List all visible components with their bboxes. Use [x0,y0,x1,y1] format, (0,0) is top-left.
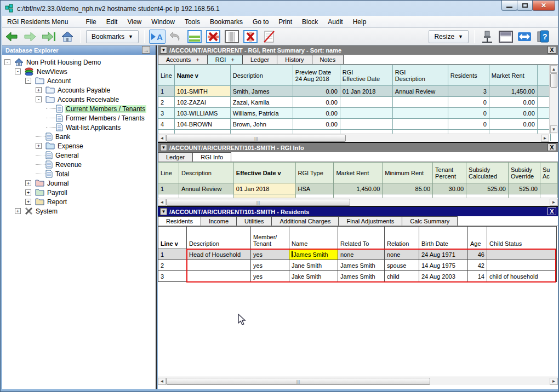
tree-item-label[interactable]: General [54,152,80,159]
cell[interactable]: 525.00 [508,183,540,194]
cell[interactable] [340,119,392,130]
tree-item-label[interactable]: System [35,207,59,215]
collapse-icon[interactable]: - [4,59,10,65]
scrollbar-thumb[interactable]: ||| [166,135,346,142]
cell-account-number[interactable]: 102-ZAZAI [174,97,230,108]
insert-column-icon[interactable] [224,30,240,44]
cell[interactable] [487,260,557,271]
tab-ledger[interactable]: Ledger [242,55,277,64]
menu-help[interactable]: Help [348,16,372,27]
pin-icon[interactable] [479,30,495,44]
goto-field-icon[interactable]: A [149,30,166,44]
cell[interactable]: yes [251,260,289,271]
tab-residents[interactable]: Residents [158,216,201,226]
expand-icon[interactable]: + [36,87,42,93]
cell[interactable]: 0.00 [489,108,537,119]
cell[interactable]: child of household [487,271,557,282]
cell[interactable]: 525.00 [466,183,509,194]
cell[interactable] [392,97,448,108]
menu-window[interactable]: Window [146,16,180,27]
cell[interactable]: 3 [158,271,187,282]
menu-tools[interactable]: Tools [180,16,205,27]
scroll-left-icon[interactable]: ◄ [158,378,166,385]
tree-item-label[interactable]: Journal [46,180,70,187]
cell[interactable]: 24 Aug 1971 [419,249,468,260]
cell[interactable]: Smith, James [230,86,293,97]
forward-end-icon[interactable] [41,30,57,44]
cell[interactable]: 85.00 [383,183,433,194]
tree-item-label[interactable]: Report [46,198,68,206]
tab-income[interactable]: Income [201,216,237,226]
cell[interactable]: child [385,271,419,282]
panel-collapse-icon[interactable]: ▼ [160,208,167,215]
tab-rgi-info[interactable]: RGI Info [192,152,231,162]
tree-item-label[interactable]: Account [46,77,72,85]
cell[interactable]: James Smith [338,260,385,271]
cell[interactable] [340,97,392,108]
cell[interactable]: Jake Smith [289,271,338,282]
menu-view[interactable]: View [122,16,146,27]
cell[interactable]: Brown, John [230,119,293,130]
cell[interactable]: 0 [448,119,489,130]
close-button[interactable]: ✕ [532,1,555,11]
cell[interactable]: 1,450.00 [334,183,383,194]
expand-icon[interactable]: + [25,199,31,205]
menu-audit[interactable]: Audit [323,16,347,27]
cell[interactable]: 3 [448,86,489,97]
undo-icon[interactable] [168,30,184,44]
cell[interactable] [187,271,251,282]
menu-edit[interactable]: Edit [101,16,123,27]
tree-item-label[interactable]: Wait-list Applicants [65,124,122,131]
cell[interactable]: 14 [468,271,487,282]
scroll-up-icon[interactable]: ▲ [550,65,557,73]
tab-calc-summary[interactable]: Calc Summary [402,216,458,226]
cell[interactable]: 24 Aug 2003 [419,271,468,282]
collapse-icon[interactable]: - [36,96,42,102]
help-icon[interactable]: ? [535,30,551,44]
tab-additional-charges[interactable]: Additional Charges [271,216,339,226]
cell[interactable] [340,108,392,119]
cell-account-number[interactable]: 104-BROWN [174,119,230,130]
panel-collapse-icon[interactable]: ▼ [160,144,167,151]
tree-item-label[interactable]: Revenue [54,161,83,169]
expand-icon[interactable]: + [36,143,42,149]
collapse-panel-arrow-icon[interactable]: → [142,46,150,54]
cell-name-editing[interactable]: James Smith [289,249,338,260]
expand-icon[interactable]: + [25,189,31,195]
tab-utilities[interactable]: Utilities [236,216,272,226]
cell[interactable]: 01 Jan 2018 [340,86,392,97]
tab-notes[interactable]: Notes [312,55,344,64]
bookmarks-dropdown[interactable]: Bookmarks ▼ [86,30,139,43]
cell[interactable]: 0.00 [293,108,340,119]
cell-effective-date[interactable]: 01 Jan 2018 [233,183,295,194]
scroll-right-icon[interactable]: ► [541,135,549,142]
back-icon[interactable] [3,30,20,44]
tree-item-label[interactable]: Payroll [46,189,69,197]
cell[interactable]: 1,450.00 [489,86,537,97]
insert-row-icon[interactable] [186,30,203,44]
cell[interactable]: 0 [448,108,489,119]
scroll-right-icon[interactable]: ► [550,378,558,385]
tree-item-label[interactable]: Bank [54,133,71,141]
scroll-left-icon[interactable]: ◄ [158,135,166,142]
tree-item-label[interactable]: Accounts Receivable [56,96,120,103]
collapse-icon[interactable]: - [15,68,21,74]
window-layout-icon[interactable] [498,30,514,44]
cell[interactable]: 0.00 [489,97,537,108]
strike-entry-icon[interactable] [261,30,277,44]
cell[interactable]: 1 [158,183,179,194]
cell[interactable]: 42 [468,260,487,271]
cell[interactable]: James Smith [338,271,385,282]
scroll-left-icon[interactable]: ◄ [158,199,166,206]
scroll-right-icon[interactable]: ► [550,199,558,206]
cell[interactable]: Jane Smith [289,260,338,271]
panel-close-icon[interactable]: X [547,46,556,54]
tab-ledger[interactable]: Ledger [158,152,193,162]
maximize-button[interactable] [517,1,533,11]
home-icon[interactable] [59,30,76,44]
cell[interactable] [487,249,557,260]
delete-row-icon[interactable] [205,30,221,44]
menu-file[interactable]: File [81,16,101,27]
cell[interactable]: 0.00 [293,97,340,108]
menu-goto[interactable]: Go to [248,16,273,27]
